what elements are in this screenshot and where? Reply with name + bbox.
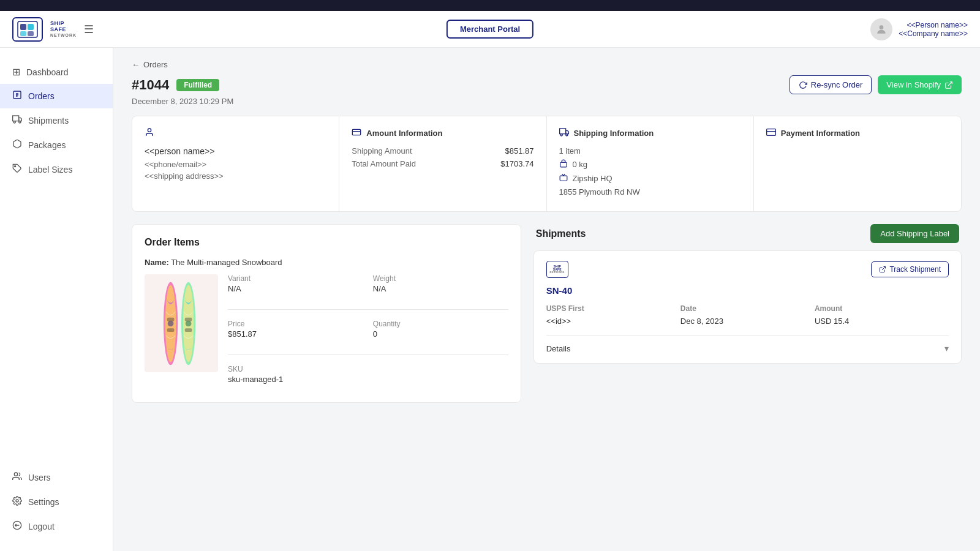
header: SHIP SAFE NETWORK ☰ Merchant Portal <<Pe… [0, 11, 980, 48]
svg-point-8 [13, 121, 15, 123]
date-header: Date [680, 304, 815, 313]
variant-value: N/A [228, 284, 363, 293]
logo-area: SHIP SAFE NETWORK ☰ [12, 17, 94, 42]
top-bar [0, 0, 980, 11]
sidebar-item-orders[interactable]: Orders [0, 84, 113, 108]
variant-group: Variant N/A [228, 274, 363, 293]
sidebar-item-logout[interactable]: Logout [0, 514, 113, 539]
weight-group: Weight N/A [373, 274, 508, 293]
price-value: $851.87 [228, 329, 363, 339]
amount-icon [352, 127, 361, 139]
carrier-header: USPS First [546, 304, 680, 313]
main-content: ← Orders #1044 Fulfilled Re-sync Order V… [113, 48, 980, 551]
shipment-table-row: <<id>> Dec 8, 2023 USD 15.4 [546, 317, 949, 326]
svg-point-11 [14, 473, 17, 476]
hamburger-icon[interactable]: ☰ [84, 23, 94, 36]
total-paid-row: Total Amount Paid $1703.74 [352, 159, 533, 168]
logo-text: SHIP SAFE NETWORK [50, 21, 77, 37]
chevron-down-icon: ▾ [944, 343, 949, 353]
sidebar-label-logout: Logout [28, 522, 55, 531]
add-shipping-label-button[interactable]: Add Shipping Label [870, 224, 959, 243]
svg-rect-16 [353, 129, 361, 135]
payment-card-title: Payment Information [766, 127, 949, 139]
svg-line-35 [882, 267, 886, 271]
shipping-weight: 0 kg [559, 159, 741, 170]
weight-icon [559, 159, 568, 170]
order-number: #1044 [132, 77, 169, 93]
user-info: <<Person name>> <<Company name>> [899, 21, 968, 38]
order-items-title: Order Items [145, 237, 508, 248]
packages-icon [12, 139, 22, 151]
sidebar-label-orders: Orders [28, 91, 55, 101]
resync-order-button[interactable]: Re-sync Order [790, 75, 872, 94]
shipment-logo-box: SHIP SAFE NETWORK [546, 261, 568, 278]
bottom-section: Order Items Name: The Multi-managed Snow… [132, 224, 962, 403]
app-body: ⊞ Dashboard Orders Shipments Packages [0, 48, 980, 551]
sidebar-item-packages[interactable]: Packages [0, 133, 113, 157]
svg-rect-18 [559, 129, 565, 134]
svg-point-27 [168, 320, 174, 326]
details-label: Details [546, 344, 571, 353]
track-shipment-label: Track Shipment [889, 265, 941, 274]
sidebar-label-label-sizes: Label Sizes [28, 165, 72, 174]
sidebar-item-users[interactable]: Users [0, 465, 113, 490]
svg-rect-7 [13, 116, 19, 121]
sidebar-label-packages: Packages [28, 140, 66, 150]
quantity-group: Quantity 0 [373, 320, 508, 339]
portal-button[interactable]: Merchant Portal [447, 20, 533, 39]
svg-rect-32 [167, 328, 175, 332]
track-shipment-button[interactable]: Track Shipment [871, 261, 949, 277]
price-group: Price $851.87 [228, 320, 363, 339]
svg-point-9 [19, 121, 21, 123]
sidebar-label-users: Users [28, 473, 51, 482]
shipping-card-title: Shipping Information [559, 127, 741, 139]
breadcrumb-orders-link[interactable]: Orders [143, 60, 168, 69]
shipments-title: Shipments [536, 228, 586, 239]
user-area: <<Person name>> <<Company name>> [870, 18, 968, 40]
details-accordion[interactable]: Details ▾ [546, 335, 949, 353]
shipping-info-card: Shipping Information 1 item 0 kg Zipship… [547, 116, 754, 211]
weight-label: Weight [373, 274, 508, 283]
svg-point-19 [560, 134, 562, 136]
sidebar-item-settings[interactable]: Settings [0, 490, 113, 514]
quantity-value: 0 [373, 329, 508, 339]
order-title-area: #1044 Fulfilled [132, 77, 219, 93]
shipping-items-count: 1 item [559, 146, 741, 156]
order-actions: Re-sync Order View in Shopify [790, 75, 962, 94]
users-icon [12, 471, 22, 484]
sidebar-label-settings: Settings [28, 497, 59, 507]
product-grid: Variant N/A Weight N/A Price $851.87 [228, 274, 508, 390]
amount-card-title: Amount Information [352, 127, 533, 139]
order-header: #1044 Fulfilled Re-sync Order View in Sh… [132, 75, 962, 94]
amount-info-card: Amount Information Shipping Amount $851.… [339, 116, 546, 211]
shipping-amount-row: Shipping Amount $851.87 [352, 146, 533, 156]
sidebar: ⊞ Dashboard Orders Shipments Packages [0, 48, 113, 551]
sku-value: sku-managed-1 [228, 375, 363, 384]
weight-value: N/A [373, 284, 508, 293]
sidebar-nav: ⊞ Dashboard Orders Shipments Packages [0, 60, 113, 182]
sidebar-item-shipments[interactable]: Shipments [0, 108, 113, 133]
product-area: Variant N/A Weight N/A Price $851.87 [145, 274, 508, 390]
shipping-location: Zipship HQ [559, 173, 741, 184]
svg-rect-4 [28, 31, 34, 36]
customer-card: <<person name>> <<phone/email>> <<shippi… [132, 116, 339, 211]
settings-icon [12, 496, 22, 508]
svg-line-14 [948, 81, 952, 85]
product-image [145, 274, 218, 372]
shipping-icon [559, 127, 569, 139]
svg-point-10 [15, 166, 16, 167]
quantity-label: Quantity [373, 320, 508, 328]
view-shopify-button[interactable]: View in Shopify [878, 75, 962, 94]
orders-icon [12, 90, 22, 102]
svg-rect-34 [185, 328, 192, 332]
svg-point-30 [186, 320, 192, 326]
sidebar-item-dashboard[interactable]: ⊞ Dashboard [0, 60, 113, 84]
sidebar-item-label-sizes[interactable]: Label Sizes [0, 157, 113, 182]
variant-label: Variant [228, 274, 363, 283]
shipment-amount: USD 15.4 [815, 317, 949, 326]
product-details: Variant N/A Weight N/A Price $851.87 [228, 274, 508, 390]
shipment-box: SHIP SAFE NETWORK Track Shipment SN-40 U… [533, 250, 962, 364]
user-company: <<Company name>> [899, 29, 968, 38]
svg-point-15 [148, 129, 151, 132]
order-date: December 8, 2023 10:29 PM [132, 97, 962, 106]
